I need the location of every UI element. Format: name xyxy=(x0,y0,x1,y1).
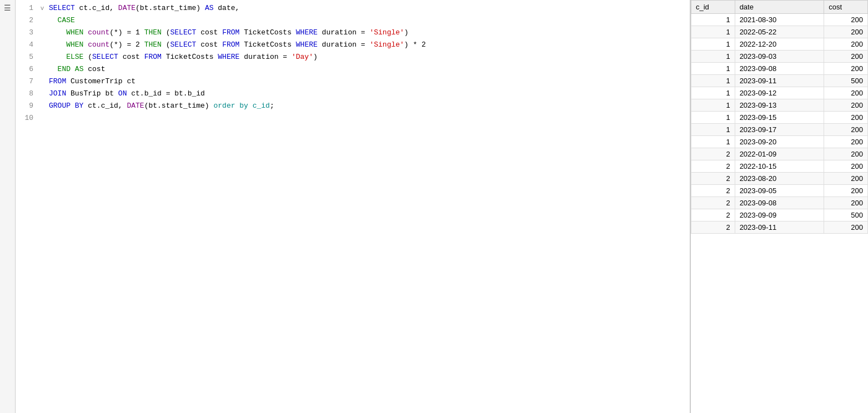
table-row: 22023-09-05200 xyxy=(691,185,868,197)
code-line: 10 xyxy=(16,112,690,124)
table-row: 22023-09-08200 xyxy=(691,197,868,209)
table-cell: 1 xyxy=(691,38,735,51)
results-panel: c_iddatecost 12021-08-3020012022-05-2220… xyxy=(690,0,868,413)
line-number: 9 xyxy=(16,100,38,112)
line-number: 2 xyxy=(16,14,38,27)
line-content: FROM CustomerTrip ct xyxy=(47,75,136,88)
column-header: c_id xyxy=(691,1,735,14)
table-cell: 2023-09-12 xyxy=(735,87,824,99)
table-row: 22023-09-09500 xyxy=(691,209,868,221)
code-line: 2 CASE xyxy=(16,14,690,27)
table-cell: 2023-09-13 xyxy=(735,99,824,112)
table-cell: 200 xyxy=(824,112,868,124)
table-cell: 1 xyxy=(691,63,735,75)
code-line: 5 ELSE (SELECT cost FROM TicketCosts WHE… xyxy=(16,51,690,63)
table-cell: 2022-01-09 xyxy=(735,148,824,160)
table-cell: 2021-08-30 xyxy=(735,14,824,26)
line-content: JOIN BusTrip bt ON ct.b_id = bt.b_id xyxy=(47,88,205,100)
table-cell: 2 xyxy=(691,173,735,185)
table-cell: 1 xyxy=(691,99,735,112)
table-cell: 200 xyxy=(824,197,868,209)
code-line: 9GROUP BY ct.c_id, DATE(bt.start_time) o… xyxy=(16,100,690,112)
table-cell: 2 xyxy=(691,209,735,221)
table-cell: 2 xyxy=(691,221,735,234)
table-row: 22023-08-20200 xyxy=(691,173,868,185)
table-cell: 2 xyxy=(691,185,735,197)
line-number: 5 xyxy=(16,51,38,63)
table-cell: 200 xyxy=(824,136,868,148)
code-area: 1vSELECT ct.c_id, DATE(bt.start_time) AS… xyxy=(16,2,690,124)
table-row: 12023-09-12200 xyxy=(691,87,868,99)
editor-panel[interactable]: 1vSELECT ct.c_id, DATE(bt.start_time) AS… xyxy=(16,0,690,413)
table-row: 12023-09-03200 xyxy=(691,51,868,63)
table-row: 12023-09-20200 xyxy=(691,136,868,148)
table-cell: 2022-12-20 xyxy=(735,38,824,51)
table-cell: 1 xyxy=(691,51,735,63)
table-cell: 200 xyxy=(824,185,868,197)
table-row: 22022-10-15200 xyxy=(691,160,868,173)
table-row: 12023-09-17200 xyxy=(691,124,868,136)
table-cell: 500 xyxy=(824,75,868,87)
code-line: 7FROM CustomerTrip ct xyxy=(16,75,690,88)
line-number: 1 xyxy=(16,2,38,14)
table-row: 22023-09-11200 xyxy=(691,221,868,234)
line-content: CASE xyxy=(47,14,75,27)
line-number: 3 xyxy=(16,27,38,39)
table-cell: 1 xyxy=(691,87,735,99)
table-cell: 2 xyxy=(691,197,735,209)
table-cell: 2022-10-15 xyxy=(735,160,824,173)
line-content: WHEN count(*) = 1 THEN (SELECT cost FROM… xyxy=(47,27,409,39)
table-row: 12023-09-15200 xyxy=(691,112,868,124)
table-cell: 500 xyxy=(824,209,868,221)
line-content: SELECT ct.c_id, DATE(bt.start_time) AS d… xyxy=(47,2,239,14)
hamburger-icon[interactable]: ☰ xyxy=(4,3,11,13)
left-strip: ☰ xyxy=(0,0,16,413)
line-number: 7 xyxy=(16,75,38,88)
table-cell: 2023-09-08 xyxy=(735,197,824,209)
table-cell: 200 xyxy=(824,87,868,99)
table-cell: 2 xyxy=(691,148,735,160)
table-cell: 200 xyxy=(824,99,868,112)
table-cell: 2023-09-11 xyxy=(735,75,824,87)
line-number: 6 xyxy=(16,63,38,75)
table-cell: 200 xyxy=(824,63,868,75)
table-cell: 2023-09-17 xyxy=(735,124,824,136)
table-cell: 2022-05-22 xyxy=(735,26,824,38)
table-cell: 1 xyxy=(691,26,735,38)
table-row: 12023-09-13200 xyxy=(691,99,868,112)
line-number: 10 xyxy=(16,112,38,124)
table-row: 12021-08-30200 xyxy=(691,14,868,26)
code-line: 8JOIN BusTrip bt ON ct.b_id = bt.b_id xyxy=(16,88,690,100)
table-cell: 2023-09-05 xyxy=(735,185,824,197)
line-number: 4 xyxy=(16,39,38,51)
line-marker: v xyxy=(38,2,47,14)
table-cell: 2023-09-11 xyxy=(735,221,824,234)
table-cell: 1 xyxy=(691,136,735,148)
code-line: 6 END AS cost xyxy=(16,63,690,75)
table-cell: 1 xyxy=(691,75,735,87)
table-row: 22022-01-09200 xyxy=(691,148,868,160)
code-line: 4 WHEN count(*) = 2 THEN (SELECT cost FR… xyxy=(16,39,690,51)
table-row: 12023-09-08200 xyxy=(691,63,868,75)
table-cell: 2023-09-09 xyxy=(735,209,824,221)
results-table: c_iddatecost 12021-08-3020012022-05-2220… xyxy=(691,0,868,234)
code-line: 3 WHEN count(*) = 1 THEN (SELECT cost FR… xyxy=(16,27,690,39)
table-cell: 200 xyxy=(824,173,868,185)
table-cell: 2023-09-08 xyxy=(735,63,824,75)
line-number: 8 xyxy=(16,88,38,100)
table-row: 12022-12-20200 xyxy=(691,38,868,51)
table-cell: 2 xyxy=(691,160,735,173)
table-row: 12023-09-11500 xyxy=(691,75,868,87)
table-row: 12022-05-22200 xyxy=(691,26,868,38)
table-cell: 2023-09-03 xyxy=(735,51,824,63)
line-content: END AS cost xyxy=(47,63,105,75)
column-header: date xyxy=(735,1,824,14)
table-cell: 1 xyxy=(691,112,735,124)
table-cell: 200 xyxy=(824,14,868,26)
table-cell: 1 xyxy=(691,14,735,26)
table-cell: 200 xyxy=(824,51,868,63)
table-cell: 2023-09-15 xyxy=(735,112,824,124)
table-cell: 200 xyxy=(824,38,868,51)
table-cell: 1 xyxy=(691,124,735,136)
line-content: WHEN count(*) = 2 THEN (SELECT cost FROM… xyxy=(47,39,426,51)
